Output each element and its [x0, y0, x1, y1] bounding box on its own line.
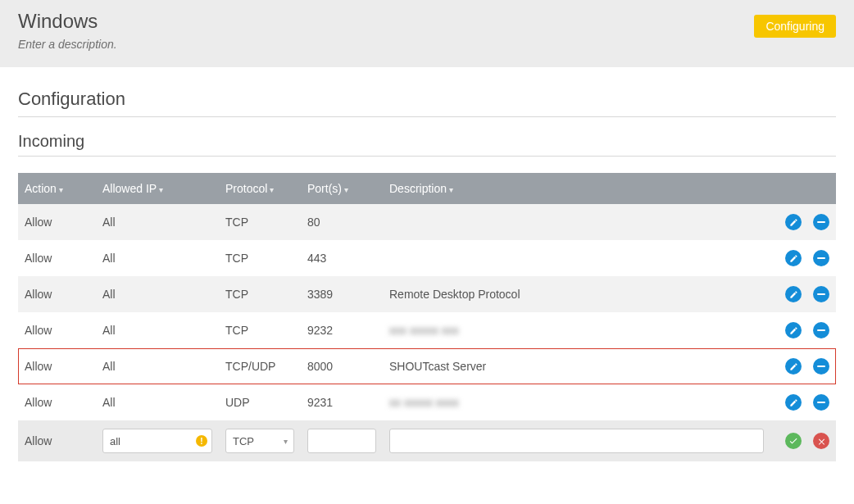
edit-button[interactable]	[785, 322, 802, 338]
form-cell-action: Allow	[18, 420, 96, 461]
incoming-rules-table: Action▾ Allowed IP▾ Protocol▾ Port(s)▾ D…	[18, 173, 836, 461]
edit-button[interactable]	[785, 394, 802, 411]
check-icon	[788, 436, 798, 446]
cell-ports: 9232	[301, 312, 383, 348]
remove-button[interactable]	[813, 214, 829, 230]
col-header-ip-label: Allowed IP	[102, 182, 157, 195]
edit-button[interactable]	[785, 250, 802, 266]
table-row: Allow All TCP 3389 Remote Desktop Protoc…	[18, 276, 836, 312]
sort-caret-icon: ▾	[270, 185, 274, 194]
cell-ports: 9231	[301, 384, 383, 420]
cell-protocol: TCP	[219, 312, 301, 348]
cell-ip: All	[96, 240, 219, 276]
cell-ports: 8000	[301, 348, 383, 384]
table-header-row: Action▾ Allowed IP▾ Protocol▾ Port(s)▾ D…	[18, 173, 836, 204]
col-header-ports-label: Port(s)	[307, 182, 342, 195]
cell-buttons	[770, 240, 836, 276]
cell-description	[383, 204, 770, 240]
section-title: Configuration	[18, 89, 836, 117]
cell-action: Allow	[18, 240, 96, 276]
pencil-icon	[789, 290, 798, 299]
remove-button[interactable]	[813, 322, 829, 338]
cell-description: SHOUTcast Server	[383, 348, 770, 384]
cancel-button[interactable]	[813, 433, 829, 449]
protocol-select[interactable]	[225, 429, 294, 453]
table-row: Allow All UDP 9231 xx xxxxx xxxx	[18, 384, 836, 420]
edit-button[interactable]	[785, 286, 802, 302]
form-cell-buttons	[770, 420, 836, 461]
header-left: Windows Enter a description.	[18, 10, 117, 51]
sort-caret-icon: ▾	[449, 185, 453, 194]
sort-caret-icon: ▾	[59, 185, 63, 194]
cell-buttons	[770, 276, 836, 312]
confirm-button[interactable]	[785, 433, 802, 449]
pencil-icon	[789, 362, 798, 371]
cell-ip: All	[96, 312, 219, 348]
cell-description	[383, 240, 770, 276]
pencil-icon	[789, 398, 798, 407]
pencil-icon	[789, 218, 798, 227]
page-header: Windows Enter a description. Configuring	[0, 0, 854, 67]
cell-ports: 80	[301, 204, 383, 240]
cell-buttons	[770, 348, 836, 384]
cell-protocol: TCP	[219, 204, 301, 240]
col-header-description[interactable]: Description▾	[383, 173, 770, 204]
form-cell-description	[383, 420, 770, 461]
remove-button[interactable]	[813, 250, 829, 266]
minus-icon	[817, 293, 825, 296]
table-row: Allow All TCP 443	[18, 240, 836, 276]
cell-description: Remote Desktop Protocol	[383, 276, 770, 312]
remove-button[interactable]	[813, 358, 829, 375]
minus-icon	[817, 402, 825, 404]
pencil-icon	[789, 326, 798, 335]
cell-protocol: TCP	[219, 276, 301, 312]
minus-icon	[817, 366, 825, 368]
sort-caret-icon: ▾	[159, 185, 163, 194]
warning-icon: !	[196, 435, 207, 447]
page-subtitle: Enter a description.	[18, 38, 117, 51]
form-cell-protocol: ▾	[219, 420, 301, 461]
cell-action: Allow	[18, 312, 96, 348]
cell-action: Allow	[18, 276, 96, 312]
minus-icon	[817, 221, 825, 224]
subsection-title: Incoming	[18, 132, 836, 157]
minus-icon	[817, 257, 825, 260]
remove-button[interactable]	[813, 286, 829, 302]
cell-action: Allow	[18, 384, 96, 420]
col-header-allowed-ip[interactable]: Allowed IP▾	[96, 173, 219, 204]
cell-ip: All	[96, 384, 219, 420]
table-row: Allow All TCP 9232 xxx xxxxx xxx	[18, 312, 836, 348]
cell-protocol: TCP/UDP	[219, 348, 301, 384]
sort-caret-icon: ▾	[344, 185, 348, 194]
cell-buttons	[770, 312, 836, 348]
cell-description: xx xxxxx xxxx	[383, 384, 770, 420]
remove-button[interactable]	[813, 394, 829, 411]
description-input[interactable]	[389, 429, 764, 453]
cell-buttons	[770, 384, 836, 420]
pencil-icon	[789, 254, 798, 263]
cell-buttons	[770, 204, 836, 240]
col-header-action-label: Action	[25, 182, 57, 195]
table-row: Allow All TCP 80	[18, 204, 836, 240]
cell-ip: All	[96, 204, 219, 240]
cell-protocol: UDP	[219, 384, 301, 420]
status-badge: Configuring	[754, 15, 836, 38]
cell-protocol: TCP	[219, 240, 301, 276]
edit-button[interactable]	[785, 358, 802, 375]
cell-action: Allow	[18, 348, 96, 384]
cell-action: Allow	[18, 204, 96, 240]
blurred-text: xx xxxxx xxxx	[389, 396, 459, 409]
cell-ports: 3389	[301, 276, 383, 312]
table-row: Allow All TCP/UDP 8000 SHOUTcast Server	[18, 348, 836, 384]
minus-icon	[817, 329, 825, 332]
form-cell-ports	[301, 420, 383, 461]
edit-button[interactable]	[785, 214, 802, 230]
blurred-text: xxx xxxxx xxx	[389, 324, 459, 337]
page-title: Windows	[18, 10, 117, 33]
col-header-actions	[770, 173, 836, 204]
col-header-action[interactable]: Action▾	[18, 173, 96, 204]
col-header-protocol[interactable]: Protocol▾	[219, 173, 301, 204]
ports-input[interactable]	[307, 429, 376, 453]
col-header-protocol-label: Protocol	[225, 182, 267, 195]
col-header-ports[interactable]: Port(s)▾	[301, 173, 383, 204]
